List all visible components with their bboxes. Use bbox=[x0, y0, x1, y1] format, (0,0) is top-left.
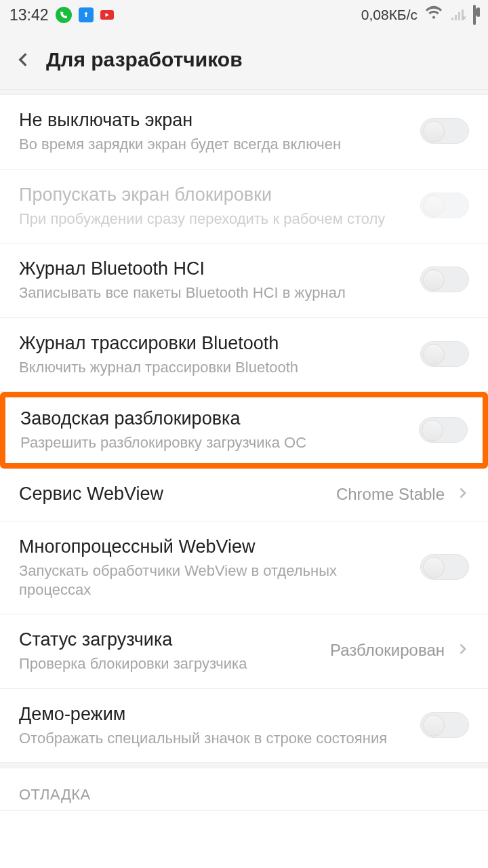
row-title: Пропускать экран блокировки bbox=[19, 183, 409, 207]
svg-text:×: × bbox=[462, 14, 466, 20]
status-bar: 13:42 0,08КБ/с × bbox=[0, 0, 488, 30]
row-value: Chrome Stable bbox=[336, 485, 445, 504]
row-bootloader-status[interactable]: Статус загрузчика Проверка блокировки за… bbox=[0, 614, 488, 689]
list-spacer bbox=[0, 90, 488, 95]
phone-icon bbox=[56, 7, 72, 23]
toggle-oem-unlock[interactable] bbox=[419, 417, 468, 443]
row-bluetooth-hci[interactable]: Журнал Bluetooth HCI Записывать все паке… bbox=[0, 243, 488, 318]
row-stay-awake[interactable]: Не выключать экран Во время зарядки экра… bbox=[0, 95, 488, 170]
signal-icon: × bbox=[450, 6, 466, 24]
row-subtitle: Включить журнал трассировки Bluetooth bbox=[19, 358, 409, 377]
row-subtitle: При пробуждении сразу переходить к рабоч… bbox=[19, 210, 409, 229]
row-title: Журнал Bluetooth HCI bbox=[19, 257, 409, 281]
status-time: 13:42 bbox=[9, 6, 49, 24]
back-button[interactable] bbox=[7, 43, 39, 76]
row-title: Статус загрузчика bbox=[19, 628, 319, 652]
upload-icon bbox=[79, 7, 94, 22]
toggle-skip-lockscreen bbox=[420, 193, 469, 218]
section-debug: ОТЛАДКА bbox=[0, 768, 488, 811]
row-title: Заводская разблокировка bbox=[20, 407, 408, 431]
row-value: Разблокирован bbox=[330, 641, 445, 660]
chevron-right-icon bbox=[455, 484, 469, 505]
battery-icon bbox=[473, 6, 476, 24]
toggle-multiprocess-webview[interactable] bbox=[420, 554, 469, 580]
row-title: Не выключать экран bbox=[19, 108, 409, 132]
wifi-icon bbox=[424, 5, 443, 24]
row-subtitle: Запускать обработчики WebView в отдельны… bbox=[19, 561, 409, 599]
toggle-bluetooth-trace[interactable] bbox=[420, 341, 469, 367]
row-subtitle: Проверка блокировки загрузчика bbox=[19, 654, 319, 673]
page-title: Для разработчиков bbox=[46, 48, 243, 71]
row-title: Демо-режим bbox=[19, 703, 409, 726]
row-bluetooth-trace[interactable]: Журнал трассировки Bluetooth Включить жу… bbox=[0, 318, 488, 393]
list-spacer bbox=[0, 763, 488, 768]
toggle-stay-awake[interactable] bbox=[420, 118, 469, 144]
toggle-demo-mode[interactable] bbox=[420, 712, 469, 738]
network-speed: 0,08КБ/с bbox=[361, 7, 418, 23]
video-icon bbox=[100, 10, 114, 20]
row-subtitle: Во время зарядки экран будет всегда вклю… bbox=[19, 135, 409, 154]
row-subtitle: Разрешить разблокировку загрузчика ОС bbox=[20, 433, 408, 452]
row-multiprocess-webview[interactable]: Многопроцессный WebView Запускать обрабо… bbox=[0, 521, 488, 614]
row-webview-service[interactable]: Сервис WebView Chrome Stable bbox=[0, 469, 488, 521]
row-demo-mode[interactable]: Демо-режим Отображать специальный значок… bbox=[0, 689, 488, 764]
settings-list[interactable]: Не выключать экран Во время зарядки экра… bbox=[0, 90, 488, 868]
status-left: 13:42 bbox=[9, 6, 114, 24]
row-title: Сервис WebView bbox=[19, 482, 325, 506]
row-title: Многопроцессный WebView bbox=[19, 535, 409, 559]
row-subtitle: Отображать специальный значок в строке с… bbox=[19, 729, 409, 748]
row-subtitle: Записывать все пакеты Bluetooth HCI в жу… bbox=[19, 283, 409, 302]
status-right: 0,08КБ/с × bbox=[361, 5, 476, 24]
app-header: Для разработчиков bbox=[0, 30, 488, 90]
row-oem-unlock[interactable]: Заводская разблокировка Разрешить разбло… bbox=[0, 392, 488, 469]
row-title: Журнал трассировки Bluetooth bbox=[19, 332, 409, 355]
row-skip-lockscreen: Пропускать экран блокировки При пробужде… bbox=[0, 170, 488, 244]
row-oem-unlock-highlight: Заводская разблокировка Разрешить разбло… bbox=[0, 392, 488, 469]
chevron-right-icon bbox=[455, 640, 469, 660]
toggle-bluetooth-hci[interactable] bbox=[420, 267, 469, 292]
